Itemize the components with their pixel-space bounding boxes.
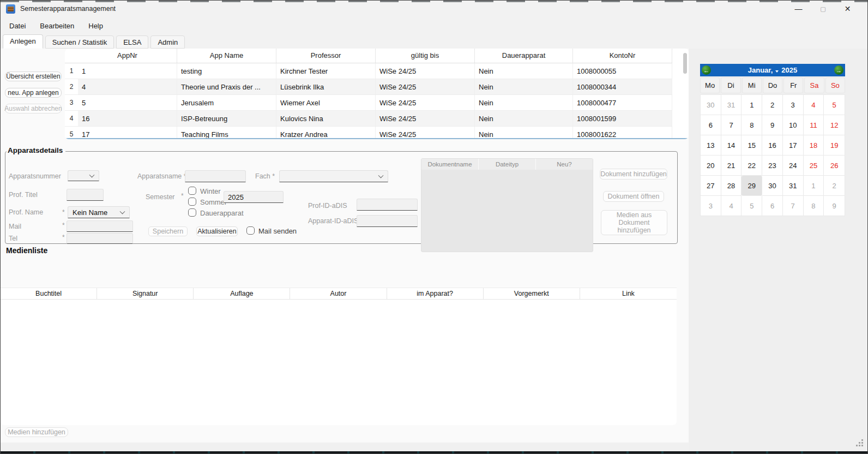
mail-input[interactable] xyxy=(67,220,133,232)
table-cell: WiSe 24/25 xyxy=(376,111,475,127)
prof-id-adis-input[interactable] xyxy=(357,199,418,211)
calendar-date-cell[interactable]: 23 xyxy=(762,156,783,176)
calendar-date-cell[interactable]: 6 xyxy=(762,196,783,216)
calendar-date-cell[interactable]: 9 xyxy=(762,115,783,135)
calendar-date-cell[interactable]: 27 xyxy=(701,176,721,196)
calendar-date-cell[interactable]: 13 xyxy=(701,135,721,156)
prof-titel-input[interactable] xyxy=(67,189,104,201)
sidebar-button-2[interactable]: neu. App anlegen xyxy=(5,88,62,98)
calendar-date-cell[interactable]: 31 xyxy=(783,176,804,196)
sidebar-button-3[interactable]: Auswahl abbrechen xyxy=(5,104,62,113)
calendar-date-cell[interactable]: 14 xyxy=(721,135,742,156)
chevron-down-icon xyxy=(89,172,95,178)
winter-radio[interactable] xyxy=(188,187,196,195)
calendar-date-cell[interactable]: 4 xyxy=(721,196,742,216)
app-window: Semesterapparatsmanagement — ▢ ✕ DateiBe… xyxy=(0,0,868,454)
calendar-date-cell[interactable]: 15 xyxy=(742,135,762,156)
calendar-date-cell[interactable]: 9 xyxy=(824,196,845,216)
column-header: Dauerapparat xyxy=(475,49,573,63)
calendar-date-cell[interactable]: 20 xyxy=(701,156,721,176)
calendar-date-cell[interactable]: 11 xyxy=(804,115,824,135)
tab-suchen-statistik[interactable]: Suchen / Statistik xyxy=(45,35,114,49)
table-row[interactable]: 517Teaching FilmsKratzer AndreaWiSe 24/2… xyxy=(65,127,689,139)
media-column-header: im Apparat? xyxy=(387,288,484,299)
tab-admin[interactable]: Admin xyxy=(150,35,185,49)
calendar-date-cell[interactable]: 3 xyxy=(701,196,721,216)
calendar-date-cell[interactable]: 10 xyxy=(783,115,804,135)
calendar-date-cell[interactable]: 16 xyxy=(762,135,783,156)
calendar-date-cell[interactable]: 21 xyxy=(721,156,742,176)
maximize-button[interactable]: ▢ xyxy=(811,1,835,17)
calendar-date-cell[interactable]: 8 xyxy=(742,115,762,135)
menu-item-bearbeiten[interactable]: Bearbeiten xyxy=(40,22,74,30)
calendar-date-cell[interactable]: 19 xyxy=(824,135,845,156)
apps-table-scrollbar[interactable] xyxy=(683,53,687,135)
calendar-date-cell[interactable]: 3 xyxy=(783,95,804,115)
speichern-button[interactable]: Speichern xyxy=(148,226,188,236)
calendar-day-header: Mo xyxy=(700,77,720,93)
apparatsnummer-combobox[interactable] xyxy=(68,170,99,181)
calendar-date-cell[interactable]: 29 xyxy=(742,176,762,196)
sidebar-button-1[interactable]: Übersicht erstellen xyxy=(5,71,62,81)
calendar-day-header: Mi xyxy=(742,77,762,93)
calendar-date-cell[interactable]: 4 xyxy=(804,95,824,115)
calendar-date-cell[interactable]: 6 xyxy=(701,115,721,135)
dokument-oeffnen-button[interactable]: Dokument öffnen xyxy=(603,191,664,202)
calendar-date-cell[interactable]: 25 xyxy=(804,156,824,176)
tel-input[interactable] xyxy=(67,233,133,244)
calendar-date-cell[interactable]: 7 xyxy=(783,196,804,216)
calendar-title[interactable]: Januar, 2025 xyxy=(748,66,797,74)
tab-elsa[interactable]: ELSA xyxy=(116,35,148,49)
tab-anlegen[interactable]: Anlegen xyxy=(3,34,43,49)
calendar-date-cell[interactable]: 24 xyxy=(783,156,804,176)
minimize-button[interactable]: — xyxy=(786,1,811,17)
scrollbar-thumb[interactable] xyxy=(683,53,687,74)
calendar-date-cell[interactable]: 5 xyxy=(742,196,762,216)
resize-grip[interactable] xyxy=(855,439,863,446)
table-row[interactable]: 416ISP-BetreuungKulovics NinaWiSe 24/25N… xyxy=(65,111,689,127)
media-column-header: Autor xyxy=(290,288,387,299)
calendar-date-cell[interactable]: 5 xyxy=(824,95,845,115)
calendar-date-cell[interactable]: 1 xyxy=(804,176,824,196)
table-row[interactable]: 35JerusalemWiemer AxelWiSe 24/25Nein1008… xyxy=(65,95,689,111)
mail-senden-checkbox[interactable] xyxy=(246,226,255,235)
calendar-date-cell[interactable]: 12 xyxy=(824,115,845,135)
calendar-date-cell[interactable]: 2 xyxy=(762,95,783,115)
calendar-date-cell[interactable]: 22 xyxy=(742,156,762,176)
calendar-next-button[interactable]: → xyxy=(834,65,843,75)
calendar-date-cell[interactable]: 17 xyxy=(783,135,804,156)
apparat-id-adis-input[interactable] xyxy=(357,215,418,227)
table-cell: Nein xyxy=(475,111,573,127)
calendar-date-cell[interactable]: 28 xyxy=(721,176,742,196)
aktualisieren-button[interactable]: Aktualisieren xyxy=(196,226,238,236)
fach-combobox[interactable] xyxy=(279,170,388,182)
column-header: gültig bis xyxy=(376,49,475,63)
table-row[interactable]: 11testingKirchner TesterWiSe 24/25Nein10… xyxy=(65,63,689,79)
table-row[interactable]: 24Theorie und Praxis der ...Lüsebrink Il… xyxy=(65,79,689,95)
calendar-date-cell[interactable]: 31 xyxy=(721,95,742,115)
sommer-radio[interactable] xyxy=(188,198,196,206)
chevron-down-icon xyxy=(378,173,384,178)
table-cell: Wiemer Axel xyxy=(276,95,376,111)
dauerapparat-radio[interactable] xyxy=(188,208,196,217)
calendar-date-cell[interactable]: 26 xyxy=(824,156,845,176)
calendar-date-cell[interactable]: 1 xyxy=(742,95,762,115)
chevron-down-icon xyxy=(775,70,779,73)
medien-aus-dokument-button[interactable]: Medien aus Dokument hinzufügen xyxy=(601,210,667,235)
menu-item-datei[interactable]: Datei xyxy=(9,22,26,30)
dokument-hinzufuegen-button[interactable]: Dokument hinzufügen xyxy=(600,169,667,180)
prof-name-combobox[interactable]: Kein Name xyxy=(68,206,130,218)
calendar-date-cell[interactable]: 30 xyxy=(762,176,783,196)
apparatsname-input[interactable] xyxy=(185,170,246,182)
close-button[interactable]: ✕ xyxy=(835,1,860,17)
calendar-date-cell[interactable]: 7 xyxy=(721,115,742,135)
calendar-date-cell[interactable]: 18 xyxy=(804,135,824,156)
calendar-date-cell[interactable]: 8 xyxy=(804,196,824,216)
calendar-date-cell[interactable]: 30 xyxy=(701,95,721,115)
menu-item-help[interactable]: Help xyxy=(88,22,103,30)
medien-hinzufuegen-button[interactable]: Medien hinzufügen xyxy=(5,427,68,437)
calendar-prev-button[interactable]: ← xyxy=(702,65,711,75)
semester-year-input[interactable]: 2025 xyxy=(224,191,284,203)
tel-label: Tel xyxy=(9,235,17,242)
calendar-date-cell[interactable]: 2 xyxy=(824,176,845,196)
